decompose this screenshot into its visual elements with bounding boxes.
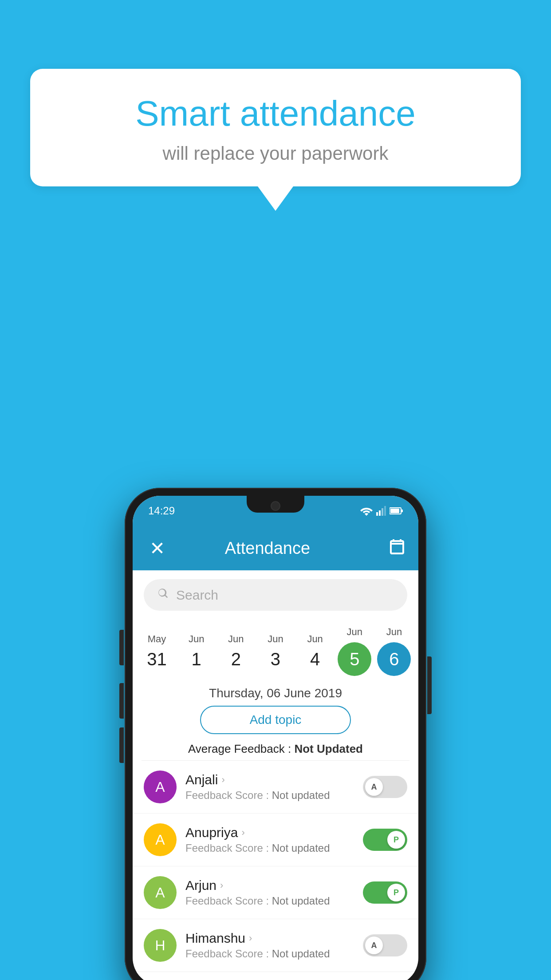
toggle-knob-1: P — [387, 831, 405, 849]
student-feedback-3: Feedback Score : Not updated — [185, 948, 354, 960]
phone-wrapper: 14:29 — [125, 488, 426, 980]
toggle-knob-0: A — [365, 778, 383, 796]
add-topic-button[interactable]: Add topic — [200, 706, 351, 734]
attendance-toggle-3[interactable]: A — [363, 934, 407, 956]
toggle-wrap-0[interactable]: A — [363, 776, 407, 798]
calendar-day-0[interactable]: May31 — [138, 633, 176, 669]
app-bar: ✕ Attendance — [133, 526, 418, 570]
calendar-day-5[interactable]: Jun5 — [336, 626, 374, 676]
calendar-day-4[interactable]: Jun4 — [296, 633, 334, 669]
search-placeholder: Search — [176, 588, 218, 603]
student-name-2: Arjun › — [185, 878, 354, 893]
search-icon — [157, 587, 169, 603]
student-avatar-0: A — [144, 771, 177, 803]
avg-feedback: Average Feedback : Not Updated — [133, 742, 418, 756]
attendance-toggle-0[interactable]: A — [363, 776, 407, 798]
svg-rect-5 — [401, 510, 403, 512]
student-feedback-0: Feedback Score : Not updated — [185, 789, 354, 802]
search-bar[interactable]: Search — [144, 579, 407, 611]
phone-screen: 14:29 — [133, 496, 418, 980]
calendar-day-6[interactable]: Jun6 — [375, 626, 413, 676]
speech-bubble-container: Smart attendance will replace your paper… — [30, 69, 521, 211]
student-info-3: Himanshu ›Feedback Score : Not updated — [185, 931, 354, 960]
phone-bottom — [133, 972, 418, 980]
calendar-icon[interactable] — [389, 538, 405, 558]
toggle-wrap-2[interactable]: P — [363, 881, 407, 904]
status-bar: 14:29 — [133, 496, 418, 526]
svg-rect-0 — [376, 512, 378, 516]
student-feedback-1: Feedback Score : Not updated — [185, 842, 354, 854]
speech-bubble-tail — [258, 186, 293, 211]
toggle-knob-3: A — [365, 937, 383, 954]
student-avatar-1: A — [144, 823, 177, 856]
svg-rect-2 — [382, 508, 383, 516]
student-name-0: Anjali › — [185, 772, 354, 787]
svg-rect-1 — [379, 510, 381, 516]
svg-rect-3 — [384, 506, 386, 516]
attendance-toggle-1[interactable]: P — [363, 829, 407, 851]
avg-feedback-label: Average Feedback : — [188, 742, 294, 755]
students-list: AAnjali ›Feedback Score : Not updatedAAA… — [133, 761, 418, 972]
toggle-wrap-3[interactable]: A — [363, 934, 407, 956]
student-info-0: Anjali ›Feedback Score : Not updated — [185, 772, 354, 802]
speech-bubble-subtext: will replace your paperwork — [57, 143, 494, 164]
student-item-3[interactable]: HHimanshu ›Feedback Score : Not updatedA — [133, 919, 418, 972]
camera — [271, 501, 280, 511]
svg-rect-6 — [390, 509, 399, 513]
calendar-day-3[interactable]: Jun3 — [256, 633, 294, 669]
app-bar-title: Attendance — [146, 539, 389, 558]
calendar-row: May31Jun1Jun2Jun3Jun4Jun5Jun6 — [133, 620, 418, 678]
avg-feedback-value: Not Updated — [294, 742, 363, 755]
calendar-day-1[interactable]: Jun1 — [177, 633, 215, 669]
toggle-knob-2: P — [387, 884, 405, 901]
speech-bubble-heading: Smart attendance — [57, 93, 494, 134]
student-item-0[interactable]: AAnjali ›Feedback Score : Not updatedA — [133, 761, 418, 814]
student-item-1[interactable]: AAnupriya ›Feedback Score : Not updatedP — [133, 814, 418, 866]
speech-bubble: Smart attendance will replace your paper… — [30, 69, 521, 186]
toggle-wrap-1[interactable]: P — [363, 829, 407, 851]
student-name-1: Anupriya › — [185, 825, 354, 840]
student-item-2[interactable]: AArjun ›Feedback Score : Not updatedP — [133, 866, 418, 919]
status-time: 14:29 — [148, 505, 175, 517]
selected-date: Thursday, 06 June 2019 — [133, 686, 418, 700]
calendar-day-2[interactable]: Jun2 — [217, 633, 255, 669]
student-info-2: Arjun ›Feedback Score : Not updated — [185, 878, 354, 907]
phone-outer: 14:29 — [125, 488, 426, 980]
notch — [247, 496, 304, 513]
attendance-toggle-2[interactable]: P — [363, 881, 407, 904]
student-avatar-3: H — [144, 929, 177, 962]
status-icons — [360, 506, 403, 516]
student-info-1: Anupriya ›Feedback Score : Not updated — [185, 825, 354, 854]
student-name-3: Himanshu › — [185, 931, 354, 946]
student-avatar-2: A — [144, 876, 177, 909]
student-feedback-2: Feedback Score : Not updated — [185, 895, 354, 907]
